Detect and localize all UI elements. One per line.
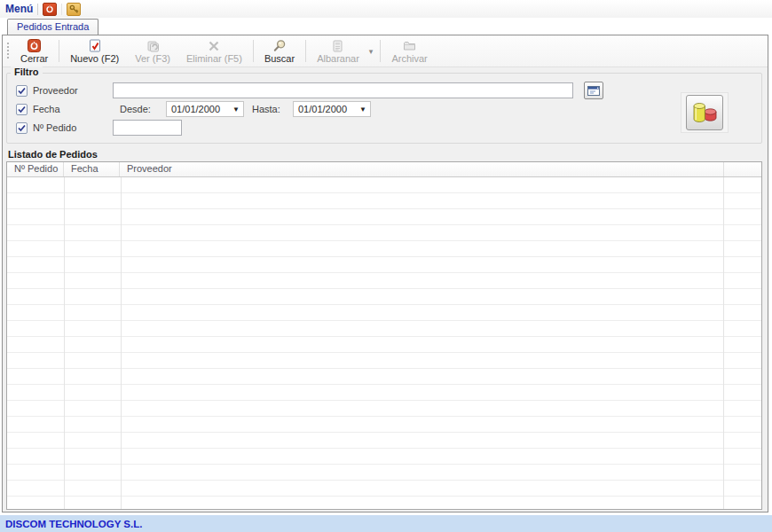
power-icon <box>28 39 41 52</box>
hasta-label: Hasta: <box>252 104 280 114</box>
nuevo-label: Nuevo (F2) <box>70 53 119 64</box>
chevron-down-icon: ▼ <box>359 106 366 113</box>
hasta-date-combobox[interactable]: 01/01/2000 ▼ <box>293 101 371 117</box>
pedido-checkbox-label: Nº Pedido <box>33 122 76 133</box>
eliminar-button[interactable]: Eliminar (F5) <box>178 36 250 66</box>
document-lines-icon <box>332 39 343 52</box>
grid-header: Nº Pedido Fecha Proveedor <box>7 162 761 177</box>
separator <box>61 4 62 15</box>
database-button-panel <box>681 92 729 133</box>
nuevo-button[interactable]: Nuevo (F2) <box>62 36 127 66</box>
toolbar-separator <box>253 40 254 62</box>
proveedor-input[interactable] <box>113 82 573 98</box>
desde-date-combobox[interactable]: 01/01/2000 ▼ <box>166 101 244 117</box>
power-icon[interactable] <box>43 3 57 16</box>
albaranar-label: Albaranar <box>317 53 359 64</box>
tab-strip: Pedidos Entrada <box>0 18 772 35</box>
column-header-filler <box>724 162 761 176</box>
folder-icon <box>403 39 416 52</box>
cerrar-label: Cerrar <box>20 53 48 64</box>
grid-column-line <box>723 177 724 509</box>
chevron-down-icon: ▼ <box>232 106 240 113</box>
desde-date-value: 01/01/2000 <box>171 104 220 114</box>
tab-pedidos-entrada[interactable]: Pedidos Entrada <box>7 19 98 35</box>
grid-body-empty[interactable] <box>7 177 761 509</box>
panel-content: Filtro Proveedor Fecha Desde: <box>3 67 768 512</box>
toolbar-separator <box>305 40 306 62</box>
toolbar-separator <box>59 40 59 62</box>
archivar-label: Archivar <box>391 53 427 64</box>
status-bar: DISCOM TECHNOLOGY S.L. <box>0 515 772 532</box>
archivar-button[interactable]: Archivar <box>383 36 435 66</box>
ver-label: Ver (F3) <box>135 53 170 64</box>
database-search-button[interactable] <box>686 95 723 130</box>
toolbar: Cerrar Nuevo (F2) Ver (F3) Eliminar (F5) <box>3 35 768 67</box>
proveedor-lookup-button[interactable] <box>584 82 603 99</box>
search-magnifier-icon <box>273 39 287 52</box>
filter-row-proveedor: Proveedor <box>16 82 752 98</box>
pedido-checkbox[interactable] <box>16 122 28 134</box>
database-cylinders-icon <box>691 100 718 125</box>
pedidos-grid: Nº Pedido Fecha Proveedor <box>6 161 762 510</box>
eliminar-label: Eliminar (F5) <box>186 53 242 64</box>
toolbar-separator <box>380 40 381 62</box>
hasta-date-value: 01/01/2000 <box>298 104 347 114</box>
menu-bar: Menú <box>0 0 772 18</box>
toolbar-grip-handle[interactable] <box>6 42 10 60</box>
fecha-checkbox-label: Fecha <box>33 104 60 114</box>
proveedor-checkbox-label: Proveedor <box>33 85 78 96</box>
ver-button[interactable]: Ver (F3) <box>127 36 178 66</box>
lookup-window-icon <box>587 86 600 96</box>
company-name: DISCOM TECHNOLOGY S.L. <box>5 519 142 529</box>
column-header-fecha[interactable]: Fecha <box>64 162 120 176</box>
fecha-checkbox[interactable] <box>16 104 28 115</box>
pedido-input[interactable] <box>113 120 182 136</box>
key-icon[interactable] <box>67 3 81 16</box>
albaranar-dropdown-arrow[interactable]: ▾ <box>367 36 378 66</box>
filter-row-fecha: Fecha Desde: 01/01/2000 ▼ Hasta: 01/01/2… <box>16 101 752 117</box>
proveedor-checkbox[interactable] <box>16 85 28 97</box>
list-title: Listado de Pedidos <box>8 149 98 160</box>
column-header-pedido[interactable]: Nº Pedido <box>7 162 64 176</box>
separator <box>37 4 38 15</box>
document-check-icon <box>89 39 101 52</box>
menu-button[interactable]: Menú <box>5 3 33 15</box>
buscar-label: Buscar <box>264 53 295 64</box>
cerrar-button[interactable]: Cerrar <box>12 36 56 66</box>
filter-title: Filtro <box>11 66 43 77</box>
grid-column-line <box>121 177 122 509</box>
desde-label: Desde: <box>120 104 151 114</box>
column-header-proveedor[interactable]: Proveedor <box>120 162 724 176</box>
delete-x-icon <box>208 39 220 52</box>
view-pages-icon <box>146 39 160 52</box>
albaranar-button[interactable]: Albaranar <box>309 36 367 66</box>
buscar-button[interactable]: Buscar <box>256 36 303 66</box>
grid-column-line <box>64 177 65 509</box>
filter-row-pedido: Nº Pedido <box>16 120 752 136</box>
filter-groupbox: Filtro Proveedor Fecha Desde: <box>6 73 762 144</box>
main-panel: Cerrar Nuevo (F2) Ver (F3) Eliminar (F5) <box>2 35 768 512</box>
